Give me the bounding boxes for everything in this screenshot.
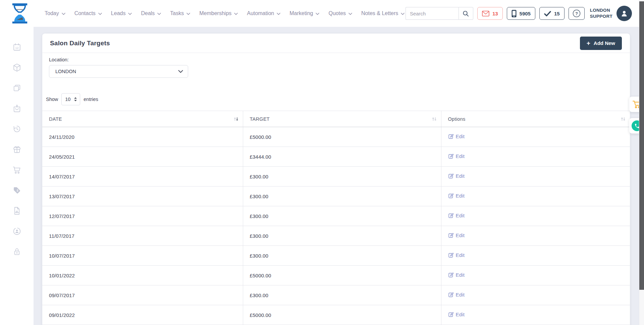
history-icon[interactable] [12, 124, 21, 133]
edit-icon [448, 233, 453, 238]
calls-badge[interactable]: 5905 [507, 7, 535, 20]
chevron-down-icon [316, 13, 319, 15]
target-cell: £300.00 [243, 285, 441, 305]
calendar-icon[interactable]: 12 [12, 43, 21, 52]
options-cell: Edit [441, 206, 630, 226]
options-cell: Edit [441, 285, 630, 305]
app-logo[interactable] [10, 3, 30, 24]
nav-item-deals[interactable]: Deals [141, 10, 161, 16]
search-input[interactable] [406, 7, 459, 20]
nav-item-contacts[interactable]: Contacts [74, 10, 102, 16]
edit-link[interactable]: Edit [448, 292, 465, 297]
column-header-target[interactable]: TARGET [243, 111, 441, 127]
table-header-row: DATE TARGET Options [42, 111, 630, 127]
svg-text:?: ? [575, 11, 578, 16]
table-row: 10/07/2017£300.00Edit [42, 246, 630, 266]
sort-icon [621, 116, 626, 121]
add-new-button[interactable]: + Add New [580, 37, 622, 50]
edit-icon [448, 154, 453, 159]
mail-badge[interactable]: 13 [477, 7, 503, 20]
edit-link[interactable]: Edit [448, 213, 465, 218]
entries-label: entries [84, 97, 98, 102]
spinner-icon [74, 97, 77, 102]
bag-icon[interactable] [12, 104, 21, 113]
show-entries-row: Show 10 entries [46, 93, 630, 105]
table-row: 13/07/2017£300.00Edit [42, 186, 630, 206]
smartphone-icon [512, 10, 517, 17]
lock-icon[interactable] [12, 247, 21, 256]
nav-item-notes-letters[interactable]: Notes & Letters [361, 10, 405, 16]
user-name: LONDON SUPPORT [590, 7, 612, 19]
avatar[interactable] [616, 6, 632, 21]
location-select[interactable]: LONDON [49, 65, 188, 78]
account-icon[interactable] [12, 227, 21, 236]
edit-link[interactable]: Edit [448, 153, 465, 159]
nav-item-marketing[interactable]: Marketing [289, 10, 319, 16]
column-header-options[interactable]: Options [441, 111, 630, 127]
tag-icon[interactable]: $ [12, 186, 21, 195]
date-cell: 24/05/2021 [42, 147, 243, 167]
edit-link[interactable]: Edit [448, 272, 465, 278]
date-cell: 09/07/2017 [42, 285, 243, 305]
search-group [406, 7, 473, 20]
gift-icon[interactable] [12, 145, 21, 154]
options-cell: Edit [441, 246, 630, 266]
chevron-down-icon [178, 70, 183, 73]
target-cell: £300.00 [243, 206, 441, 226]
content-card: Salon Daily Targets + Add New Location: … [42, 34, 630, 325]
target-cell: £300.00 [243, 186, 441, 206]
sidebar: 12$ [0, 27, 34, 325]
nav-item-today[interactable]: Today [45, 10, 65, 16]
edit-icon [448, 134, 453, 139]
tasks-count: 15 [554, 11, 560, 16]
hourglass-logo-icon [10, 3, 30, 24]
plus-icon: + [587, 40, 590, 46]
tasks-badge[interactable]: 15 [539, 7, 565, 20]
page-size-select[interactable]: 10 [61, 93, 80, 105]
edit-link[interactable]: Edit [448, 312, 465, 317]
question-icon: ? [573, 9, 581, 17]
package-icon[interactable] [12, 63, 21, 72]
table-row: 12/07/2017£300.00Edit [42, 206, 630, 226]
nav-item-quotes[interactable]: Quotes [328, 10, 352, 16]
options-cell: Edit [441, 305, 630, 325]
table-row: 09/01/2022£5000.00Edit [42, 305, 630, 325]
mail-icon [482, 11, 489, 16]
edit-link[interactable]: Edit [448, 232, 465, 238]
help-badge[interactable]: ? [569, 7, 585, 20]
layers-icon[interactable] [12, 84, 21, 93]
table-row: 10/01/2022£5000.00Edit [42, 266, 630, 285]
date-cell: 24/11/2020 [42, 127, 243, 147]
edit-link[interactable]: Edit [448, 133, 465, 139]
edit-link[interactable]: Edit [448, 252, 465, 258]
edit-link[interactable]: Edit [448, 193, 465, 199]
search-button[interactable] [459, 7, 473, 20]
location-label: Location: [49, 57, 630, 62]
show-label: Show [46, 97, 58, 102]
edit-icon [448, 173, 453, 179]
location-value: LONDON [55, 69, 76, 74]
nav-item-automation[interactable]: Automation [247, 10, 280, 16]
edit-icon [448, 213, 453, 218]
calls-count: 5905 [520, 11, 531, 16]
nav-item-memberships[interactable]: Memberships [199, 10, 238, 16]
edit-icon [448, 272, 453, 278]
options-cell: Edit [441, 127, 630, 147]
table-row: 24/05/2021£3444.00Edit [42, 147, 630, 167]
chevron-down-icon [62, 13, 65, 15]
cart-icon[interactable] [12, 165, 21, 174]
scrollbar-thumb[interactable] [639, 1, 644, 290]
date-cell: 10/07/2017 [42, 246, 243, 266]
page-scrollbar [639, 0, 644, 325]
sort-icon [233, 116, 239, 121]
edit-icon [448, 312, 453, 317]
nav-item-leads[interactable]: Leads [111, 10, 132, 16]
edit-icon [448, 193, 453, 199]
date-cell: 10/01/2022 [42, 266, 243, 285]
report-icon[interactable] [12, 206, 21, 215]
sort-icon [432, 116, 437, 121]
edit-link[interactable]: Edit [448, 173, 465, 179]
nav-item-tasks[interactable]: Tasks [170, 10, 190, 16]
date-cell: 13/07/2017 [42, 186, 243, 206]
column-header-date[interactable]: DATE [42, 111, 243, 127]
